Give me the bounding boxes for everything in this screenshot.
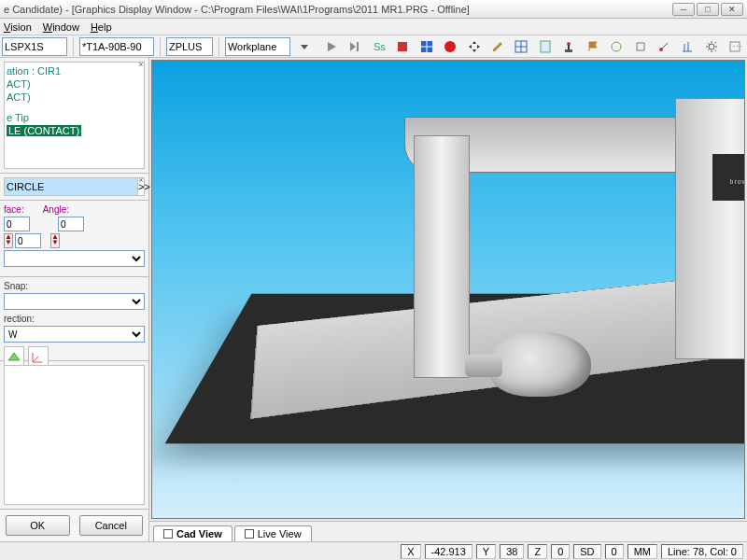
pencil-icon[interactable] xyxy=(487,36,507,57)
box-tool-icon[interactable] xyxy=(630,36,650,57)
machine-brand-plate: .ooo brown & sharpe xyxy=(712,154,745,201)
tab-label: Live View xyxy=(258,528,302,539)
cmm-pillar xyxy=(414,135,470,378)
status-line-col: Line: 78, Col: 0 xyxy=(661,544,743,559)
record-icon[interactable] xyxy=(440,36,459,57)
tree-item[interactable]: ACT) xyxy=(7,91,142,104)
svg-point-13 xyxy=(612,42,621,51)
step-icon[interactable] xyxy=(345,36,365,57)
main-area: × ation : CIR1 ACT) ACT) e Tip LE (CONTA… xyxy=(0,58,747,541)
measured-part xyxy=(488,331,591,397)
tab-label: Cad View xyxy=(176,528,222,539)
status-x-label: X xyxy=(401,544,420,559)
target-icon[interactable] xyxy=(416,36,436,57)
joystick-icon[interactable] xyxy=(559,36,579,57)
close-icon[interactable]: × xyxy=(135,59,147,70)
tree-item[interactable]: ation : CIR1 xyxy=(7,64,142,77)
surface-label: face: xyxy=(4,204,24,215)
flag-icon[interactable] xyxy=(583,36,602,57)
align-icon[interactable] xyxy=(678,36,698,57)
tab-cad-view[interactable]: Cad View xyxy=(153,525,233,541)
axis-icon[interactable] xyxy=(28,346,49,367)
snap-pane: Snap: rection: W xyxy=(0,277,148,361)
status-bar: X -42.913 Y 38 Z 0 SD 0 MM Line: 78, Col… xyxy=(0,541,747,560)
script-icon[interactable]: Ss xyxy=(369,36,388,57)
dialog-buttons: OK Cancel xyxy=(0,509,148,541)
stop-icon[interactable] xyxy=(393,36,413,57)
play-icon[interactable] xyxy=(321,36,341,57)
probe-tool-icon[interactable] xyxy=(654,36,673,57)
surface-angle-pane: face: Angle: ▲▼ ▲▼ xyxy=(0,201,148,277)
status-z-label: Z xyxy=(528,544,547,559)
direction-select[interactable]: W xyxy=(4,326,145,343)
menu-window[interactable]: Window xyxy=(43,21,79,33)
svg-rect-11 xyxy=(568,45,570,49)
minimize-button[interactable]: ─ xyxy=(672,3,695,16)
brand-dots-icon: .ooo xyxy=(712,161,745,173)
circle-tool-icon[interactable] xyxy=(606,36,626,57)
spinner-icon[interactable]: ▲▼ xyxy=(50,233,60,248)
menu-vision[interactable]: VVisionision xyxy=(4,21,32,33)
status-x-value: -42.913 xyxy=(425,544,472,559)
feature-type-input[interactable] xyxy=(5,178,137,195)
status-z-value: 0 xyxy=(551,544,570,559)
svg-point-5 xyxy=(444,41,456,52)
move-icon[interactable] xyxy=(464,36,484,57)
cmm-column xyxy=(675,98,745,359)
left-panel: × ation : CIR1 ACT) ACT) e Tip LE (CONTA… xyxy=(0,58,149,541)
viewport-wrap: .ooo brown & sharpe Cad View Live View xyxy=(149,58,747,541)
graphics-viewport[interactable]: .ooo brown & sharpe xyxy=(151,60,745,519)
empty-pane xyxy=(4,365,145,505)
workplane-select[interactable] xyxy=(225,37,290,56)
direction-label: rection: xyxy=(4,314,145,324)
svg-rect-14 xyxy=(637,43,644,50)
title-bar: e Candidate) - [Graphics Display Window … xyxy=(0,0,747,19)
gear-icon[interactable] xyxy=(701,36,721,57)
axis-select[interactable] xyxy=(166,37,213,56)
status-sd-value: 0 xyxy=(605,544,624,559)
tree-item-selected[interactable]: LE (CONTACT) xyxy=(7,125,81,136)
dropdown-arrow-icon[interactable] xyxy=(294,36,314,57)
svg-line-16 xyxy=(662,43,668,49)
close-button[interactable]: ✕ xyxy=(721,3,743,16)
plane-icon[interactable] xyxy=(4,346,24,367)
tree-item[interactable]: ACT) xyxy=(7,77,142,91)
snap-select[interactable] xyxy=(4,293,145,310)
probe-select[interactable] xyxy=(2,37,67,56)
grid-icon[interactable] xyxy=(512,36,531,57)
status-sd-label: SD xyxy=(573,544,600,559)
feature-tree[interactable]: ation : CIR1 ACT) ACT) e Tip LE (CONTACT… xyxy=(4,62,145,169)
svg-rect-1 xyxy=(398,42,407,51)
svg-text:Ss: Ss xyxy=(374,41,386,52)
option-select[interactable] xyxy=(4,250,145,267)
tree-item[interactable]: e Tip xyxy=(7,111,142,124)
value-input[interactable] xyxy=(15,233,41,248)
tab-live-view[interactable]: Live View xyxy=(234,525,312,541)
svg-text:⋯: ⋯ xyxy=(732,41,741,52)
spinner-icon[interactable]: ▲▼ xyxy=(4,233,13,248)
menu-help[interactable]: Help xyxy=(91,21,112,33)
surface-value-input[interactable] xyxy=(4,217,30,231)
svg-rect-9 xyxy=(541,41,550,52)
angle-value-input[interactable] xyxy=(58,217,84,231)
svg-rect-12 xyxy=(565,49,572,52)
feature-input-pane: × >> xyxy=(0,174,148,201)
status-y-label: Y xyxy=(476,544,496,559)
feature-tree-pane: × ation : CIR1 ACT) ACT) e Tip LE (CONTA… xyxy=(0,58,148,174)
viewport-tabs: Cad View Live View xyxy=(149,521,747,541)
more-icon[interactable]: ⋯ xyxy=(726,36,745,57)
angle-label: Angle: xyxy=(43,204,69,215)
checkbox-icon[interactable] xyxy=(245,529,254,539)
svg-point-17 xyxy=(709,44,714,49)
ok-button[interactable]: OK xyxy=(6,515,70,536)
cancel-button[interactable]: Cancel xyxy=(79,515,144,536)
close-icon[interactable]: × xyxy=(135,175,147,186)
report-icon[interactable] xyxy=(535,36,555,57)
checkbox-icon[interactable] xyxy=(163,529,173,539)
tip-select[interactable] xyxy=(79,37,154,56)
snap-label: Snap: xyxy=(4,281,145,291)
menu-bar: VVisionision Window Help xyxy=(0,19,747,35)
window-title: e Candidate) - [Graphics Display Window … xyxy=(4,4,672,15)
toolbar: Ss ⋯ xyxy=(0,35,747,58)
maximize-button[interactable]: □ xyxy=(697,3,719,16)
